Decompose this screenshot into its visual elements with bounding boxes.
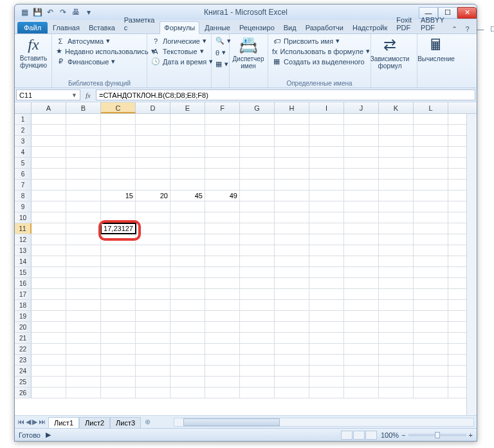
- cell[interactable]: [414, 191, 448, 201]
- cell[interactable]: [240, 136, 275, 146]
- cell[interactable]: [170, 267, 205, 277]
- cell[interactable]: [240, 300, 275, 310]
- cell[interactable]: [101, 387, 136, 398]
- lookup-button[interactable]: 🔍▾: [214, 36, 226, 46]
- cell[interactable]: [414, 333, 448, 343]
- cell[interactable]: [344, 158, 379, 168]
- cell[interactable]: [309, 289, 344, 299]
- column-header[interactable]: D: [136, 102, 170, 113]
- cell[interactable]: [101, 212, 136, 223]
- cell[interactable]: [379, 355, 414, 365]
- cell[interactable]: [240, 289, 275, 299]
- datetime-button[interactable]: 🕓Дата и время ▾: [150, 57, 208, 66]
- cell[interactable]: [136, 289, 170, 299]
- cell[interactable]: [240, 212, 275, 223]
- cell[interactable]: [170, 387, 205, 398]
- cell[interactable]: [344, 322, 379, 332]
- cell[interactable]: [309, 311, 344, 321]
- cell[interactable]: [379, 333, 414, 343]
- cell[interactable]: [275, 278, 309, 288]
- cell[interactable]: [205, 344, 240, 354]
- cell[interactable]: [32, 355, 66, 365]
- cell[interactable]: [136, 212, 170, 223]
- cell[interactable]: [32, 267, 66, 277]
- cell[interactable]: [170, 355, 205, 365]
- cell[interactable]: [344, 289, 379, 299]
- cell[interactable]: [414, 245, 448, 256]
- column-header[interactable]: K: [379, 102, 414, 113]
- cell[interactable]: [379, 344, 414, 354]
- row-header[interactable]: 19: [15, 311, 32, 321]
- cell[interactable]: [240, 201, 275, 212]
- cell[interactable]: [136, 355, 170, 365]
- cell[interactable]: [275, 245, 309, 256]
- cell[interactable]: [205, 147, 240, 157]
- cell[interactable]: [32, 344, 66, 354]
- cell[interactable]: [379, 136, 414, 146]
- cell[interactable]: [309, 322, 344, 332]
- cell[interactable]: [344, 256, 379, 266]
- cell[interactable]: 49: [205, 191, 240, 201]
- cell[interactable]: [309, 191, 344, 201]
- cell[interactable]: [275, 333, 309, 343]
- cell[interactable]: [170, 256, 205, 266]
- cell[interactable]: [275, 300, 309, 310]
- tab-разработчи[interactable]: Разработчи: [302, 22, 347, 33]
- cell[interactable]: [240, 377, 275, 387]
- row-header[interactable]: 11: [15, 223, 32, 234]
- logical-button[interactable]: ?Логические ▾: [150, 36, 208, 46]
- save-button[interactable]: 💾: [32, 6, 43, 18]
- cell[interactable]: [240, 245, 275, 256]
- cell[interactable]: [379, 147, 414, 157]
- cell[interactable]: [66, 158, 101, 168]
- cell[interactable]: [66, 300, 101, 310]
- zoom-slider[interactable]: [408, 434, 466, 436]
- cell[interactable]: [344, 245, 379, 256]
- cell[interactable]: [414, 256, 448, 266]
- cell[interactable]: [414, 300, 448, 310]
- cell[interactable]: [379, 387, 414, 398]
- cell[interactable]: [32, 366, 66, 376]
- cell[interactable]: 20: [136, 191, 170, 201]
- cell[interactable]: [101, 234, 136, 245]
- cell[interactable]: [101, 245, 136, 256]
- horizontal-scrollbar[interactable]: [174, 418, 474, 427]
- cell[interactable]: [170, 344, 205, 354]
- cell[interactable]: [136, 322, 170, 332]
- cell[interactable]: [32, 223, 66, 234]
- cell[interactable]: [414, 355, 448, 365]
- cell[interactable]: [136, 147, 170, 157]
- cell[interactable]: [414, 377, 448, 387]
- cell[interactable]: [32, 169, 66, 179]
- cell[interactable]: [32, 377, 66, 387]
- cell[interactable]: [136, 201, 170, 212]
- cell[interactable]: [66, 344, 101, 354]
- column-header[interactable]: E: [170, 102, 205, 113]
- cell[interactable]: [101, 158, 136, 168]
- cell[interactable]: [66, 245, 101, 256]
- cell[interactable]: [136, 245, 170, 256]
- cell[interactable]: [205, 300, 240, 310]
- cell[interactable]: [32, 201, 66, 212]
- cell[interactable]: [32, 136, 66, 146]
- cell[interactable]: [275, 223, 309, 234]
- cell[interactable]: [205, 289, 240, 299]
- row-header[interactable]: 9: [15, 201, 32, 212]
- macros-icon[interactable]: ▶: [46, 431, 51, 439]
- cell[interactable]: [101, 278, 136, 288]
- cell[interactable]: [379, 212, 414, 223]
- cell[interactable]: [414, 114, 448, 124]
- tab-формулы[interactable]: Формулы: [160, 21, 199, 34]
- column-header[interactable]: F: [205, 102, 240, 113]
- cell[interactable]: [205, 311, 240, 321]
- cell[interactable]: [66, 125, 101, 135]
- cell[interactable]: [205, 114, 240, 124]
- cell[interactable]: [101, 114, 136, 124]
- cell[interactable]: [205, 136, 240, 146]
- close-button[interactable]: ✕: [457, 7, 477, 19]
- row-header[interactable]: 26: [15, 387, 32, 398]
- cell[interactable]: [205, 256, 240, 266]
- cell[interactable]: [414, 201, 448, 212]
- cell[interactable]: [170, 180, 205, 190]
- cell[interactable]: [205, 169, 240, 179]
